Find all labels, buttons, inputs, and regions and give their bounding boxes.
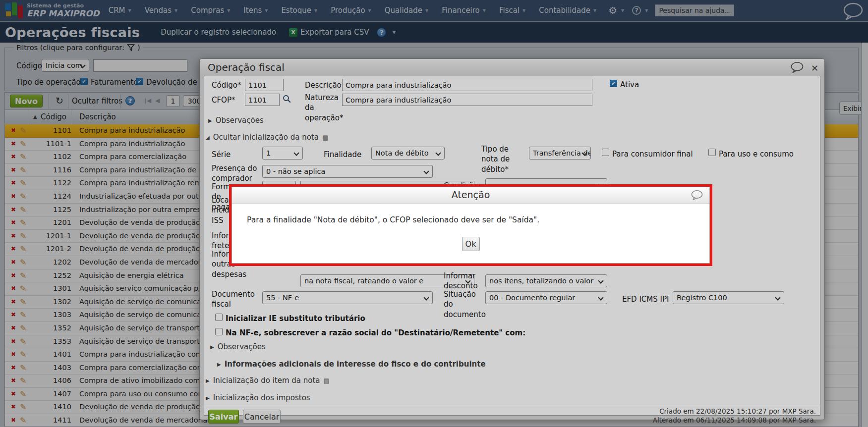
- ok-button[interactable]: Ok: [462, 237, 480, 251]
- alert-title: Atenção: [232, 189, 709, 200]
- alert-header: Atenção: [232, 187, 709, 204]
- alert-chat-bubble-icon[interactable]: [691, 190, 703, 202]
- atencao-alert-dialog: Atenção Para a finalidade "Nota de débit…: [231, 187, 710, 264]
- alert-message: Para a finalidade "Nota de débito", o CF…: [247, 215, 539, 224]
